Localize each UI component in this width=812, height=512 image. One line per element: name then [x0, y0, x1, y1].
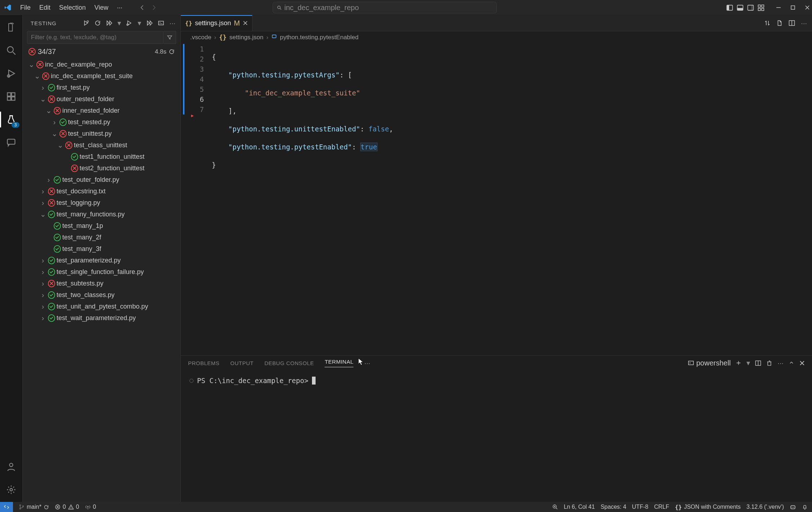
chevron-down-icon[interactable]: ⌄ [45, 106, 52, 115]
status-bell-icon[interactable] [802, 504, 808, 510]
terminal-split-icon[interactable] [755, 360, 761, 366]
test-tree-item[interactable]: ⌄test_unittest.py [25, 128, 179, 139]
chevron-right-icon[interactable]: › [39, 279, 46, 288]
test-tree-item[interactable]: ›test_subtests.py [25, 278, 179, 289]
activity-chat-icon[interactable] [4, 135, 18, 150]
testing-chevdown-debug-icon[interactable]: ▾ [138, 19, 141, 27]
menu-view[interactable]: View [91, 3, 112, 13]
test-tree-item[interactable]: ›test_unit_and_pytest_combo.py [25, 301, 179, 312]
editor-compare-icon[interactable] [764, 19, 771, 27]
nav-back-icon[interactable] [139, 4, 146, 11]
testing-debug-icon[interactable] [126, 20, 133, 26]
terminal-new-icon[interactable] [736, 360, 741, 366]
activity-extensions-icon[interactable] [4, 89, 18, 104]
breadcrumb[interactable]: .vscode › {} settings.json › python.test… [181, 31, 812, 43]
chevron-down-icon[interactable]: ⌄ [51, 129, 58, 138]
chevron-down-icon[interactable]: ⌄ [34, 72, 41, 80]
chevron-down-icon[interactable]: ⌄ [39, 210, 46, 219]
chevron-right-icon[interactable]: › [39, 291, 46, 299]
status-copilot-icon[interactable] [790, 504, 796, 510]
test-tree-item[interactable]: ›test_single_function_failure.py [25, 266, 179, 278]
test-tree-item[interactable]: test1_function_unittest [25, 151, 179, 162]
status-python[interactable]: 3.12.6 ('.venv') [746, 504, 784, 510]
terminal-chevdown-icon[interactable]: ▾ [746, 359, 750, 367]
tab-close-icon[interactable] [243, 19, 248, 27]
activity-testing-icon[interactable]: 3 [4, 112, 18, 127]
tab-settings-json[interactable]: {} settings.json M [181, 15, 253, 31]
menu-file[interactable]: File [17, 3, 34, 13]
chevron-right-icon[interactable]: › [39, 84, 46, 92]
menu-edit[interactable]: Edit [36, 3, 54, 13]
test-tree-item[interactable]: test_many_2f [25, 232, 179, 243]
test-tree-item[interactable]: ⌄inc_dec_example_test_suite [25, 70, 179, 82]
testing-history-icon[interactable] [169, 49, 175, 55]
minimap[interactable] [769, 43, 812, 355]
testing-more-icon[interactable]: ··· [169, 19, 175, 27]
menu-selection[interactable]: Selection [55, 3, 89, 13]
activity-accounts-icon[interactable] [4, 459, 18, 474]
testing-coverage-icon[interactable] [146, 20, 153, 26]
panel-more-icon[interactable]: ··· [364, 359, 370, 367]
editor-body[interactable]: 1 2 3 4 5 6 7 ▶ { "python.testing.pytest… [181, 43, 812, 355]
testing-filter-button-icon[interactable] [164, 31, 176, 44]
test-tree-item[interactable]: ›test_logging.py [25, 197, 179, 208]
activity-settings-icon[interactable] [4, 482, 18, 497]
test-tree-item[interactable]: ⌄inner_nested_folder [25, 105, 179, 116]
chevron-right-icon[interactable]: › [39, 199, 46, 207]
chevron-right-icon[interactable]: › [51, 118, 58, 126]
testing-run-last-icon[interactable] [83, 20, 89, 26]
window-maximize-icon[interactable] [790, 4, 796, 11]
test-tree-item[interactable]: ›test_docstring.txt [25, 185, 179, 197]
window-close-icon[interactable] [804, 4, 811, 11]
test-tree-item[interactable]: ›test_two_classes.py [25, 289, 179, 301]
status-branch[interactable]: main* [19, 504, 49, 510]
test-tree-item[interactable]: ⌄test_many_functions.py [25, 208, 179, 220]
activity-search-icon[interactable] [4, 43, 18, 58]
status-language[interactable]: {} JSON with Comments [675, 504, 741, 511]
terminal-more-icon[interactable]: ··· [777, 359, 784, 367]
customize-layout-icon[interactable] [758, 4, 764, 11]
test-tree-item[interactable]: ⌄outer_nested_folder [25, 93, 179, 105]
test-tree-item[interactable]: test2_function_unittest [25, 162, 179, 174]
window-minimize-icon[interactable] [775, 4, 782, 11]
test-tree-item[interactable]: ⌄test_class_unittest [25, 139, 179, 151]
testing-refresh-icon[interactable] [94, 20, 101, 26]
test-tree-item[interactable]: ›test_parameterized.py [25, 255, 179, 266]
panel-tab-problems[interactable]: PROBLEMS [188, 360, 219, 366]
layout-sidebar-left-icon[interactable] [726, 4, 733, 11]
status-eol[interactable]: CRLF [654, 504, 669, 510]
activity-explorer-icon[interactable] [4, 20, 18, 35]
chevron-down-icon[interactable]: ⌄ [57, 141, 64, 149]
nav-forward-icon[interactable] [151, 4, 157, 11]
chevron-right-icon[interactable]: › [39, 302, 46, 311]
test-tree-item[interactable]: test_many_1p [25, 220, 179, 232]
testing-run-all-icon[interactable] [106, 20, 112, 26]
chevron-right-icon[interactable]: › [39, 314, 46, 322]
chevron-right-icon[interactable]: › [39, 187, 46, 196]
panel-tab-output[interactable]: OUTPUT [230, 360, 254, 366]
chevron-right-icon[interactable]: › [39, 268, 46, 276]
test-tree-item[interactable]: test_many_3f [25, 243, 179, 255]
testing-output-icon[interactable] [158, 20, 164, 26]
status-indentation[interactable]: Spaces: 4 [601, 504, 626, 510]
editor-split-icon[interactable] [789, 19, 795, 27]
layout-sidebar-right-icon[interactable] [747, 4, 754, 11]
chevron-right-icon[interactable]: › [39, 256, 46, 265]
test-tree-item[interactable]: ›test_wait_parameterized.py [25, 312, 179, 324]
panel-tab-terminal[interactable]: TERMINAL [325, 359, 353, 367]
breadcrumb-1[interactable]: settings.json [229, 34, 264, 41]
test-tree[interactable]: ⌄inc_dec_example_repo⌄inc_dec_example_te… [23, 58, 180, 502]
breadcrumb-0[interactable]: .vscode [190, 34, 211, 41]
status-ports[interactable]: 0 [85, 504, 96, 510]
code-area[interactable]: { "python.testing.pytestArgs": [ "inc_de… [209, 43, 769, 355]
layout-panel-icon[interactable] [737, 4, 744, 11]
sync-icon[interactable] [44, 504, 49, 510]
test-tree-item[interactable]: ›first_test.py [25, 82, 179, 93]
chevron-right-icon[interactable]: › [45, 176, 52, 184]
test-tree-item[interactable]: ›test_nested.py [25, 116, 179, 128]
status-encoding[interactable]: UTF-8 [632, 504, 648, 510]
panel-tab-debug-console[interactable]: DEBUG CONSOLE [264, 360, 314, 366]
testing-filter-input[interactable] [27, 31, 164, 44]
remote-indicator-icon[interactable] [0, 502, 13, 512]
panel-close-icon[interactable] [799, 360, 805, 366]
